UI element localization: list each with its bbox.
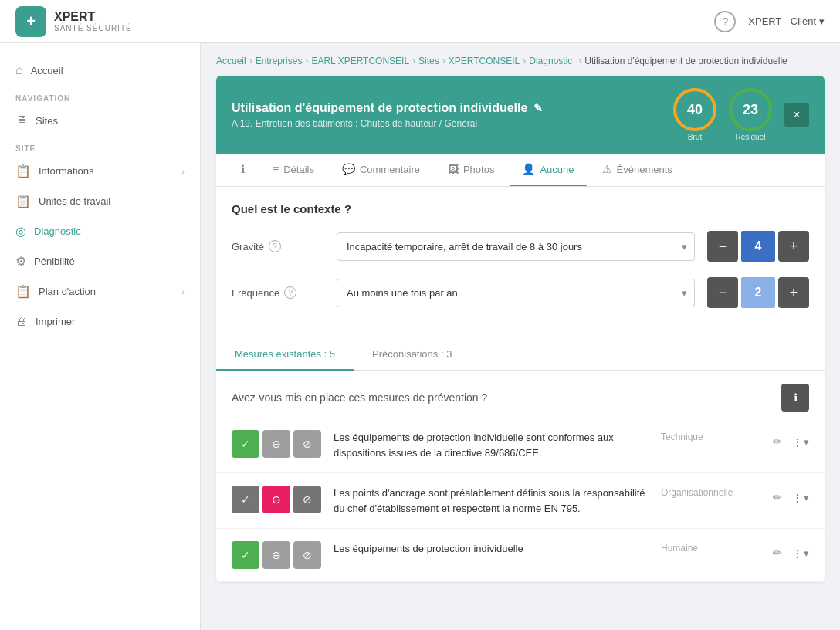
- prevention-info-button[interactable]: ℹ: [781, 384, 809, 412]
- info-tab-icon: ℹ: [241, 163, 245, 175]
- help-icon[interactable]: ?: [714, 11, 736, 32]
- frequence-plus-button[interactable]: +: [778, 277, 809, 308]
- frequence-select[interactable]: Au moins une fois par an: [337, 279, 695, 307]
- chevron-icon-0: ▾: [804, 436, 809, 448]
- gravite-label: Gravité ?: [232, 240, 324, 252]
- client-label: XPERT - Client: [748, 15, 816, 27]
- sidebar-item-penibilite[interactable]: ⚙ Pénibilité: [0, 246, 200, 276]
- sidebar-item-accueil[interactable]: ⌂ Accueil: [0, 56, 200, 85]
- gravite-info-icon[interactable]: ?: [269, 240, 281, 252]
- check-button-0[interactable]: ✓: [232, 430, 259, 458]
- sidebar-label-informations: Informations: [39, 165, 94, 177]
- sub-tab-preconisations[interactable]: Préconisations : 3: [354, 339, 470, 371]
- sep4: ›: [442, 56, 445, 66]
- sidebar-item-sites[interactable]: 🖥 Sites: [0, 106, 200, 135]
- sidebar-item-imprimer[interactable]: 🖨 Imprimer: [0, 307, 200, 336]
- sidebar-item-diagnostic[interactable]: ◎ Diagnostic: [0, 216, 200, 246]
- breadcrumb-xpertconseil[interactable]: XPERTCONSEIL: [449, 56, 520, 66]
- breadcrumb-sites[interactable]: Sites: [418, 56, 439, 66]
- breadcrumb-entreprises[interactable]: Entreprises: [256, 56, 303, 66]
- card-title: Utilisation d'équipement de protection i…: [232, 101, 673, 115]
- monitor-icon: 🖥: [15, 113, 28, 127]
- action-btns-2: ✓ ⊖ ⊘: [232, 541, 321, 569]
- gravite-plus-button[interactable]: +: [778, 231, 809, 262]
- plan-icon: 📋: [15, 284, 31, 299]
- breadcrumb-earl[interactable]: EARL XPERTCONSEIL: [311, 56, 409, 66]
- neutral-button-0[interactable]: ⊖: [262, 430, 290, 458]
- logo-area: + XPERT SANTÉ SÉCURITÉ: [15, 6, 132, 37]
- tab-details-label: Détails: [283, 164, 314, 175]
- block-button-0[interactable]: ⊘: [293, 430, 321, 458]
- photo-tab-icon: 🖼: [448, 163, 459, 175]
- gravite-minus-button[interactable]: −: [707, 231, 738, 262]
- sep5: ›: [523, 56, 526, 66]
- block-button-1[interactable]: ⊘: [293, 486, 321, 513]
- neutral-button-2[interactable]: ⊖: [262, 541, 290, 569]
- frequence-minus-button[interactable]: −: [707, 277, 738, 308]
- breadcrumb-accueil[interactable]: Accueil: [216, 56, 246, 66]
- breadcrumb: Accueil › Entreprises › EARL XPERTCONSEI…: [216, 56, 825, 66]
- sidebar-label-sites: Sites: [36, 115, 58, 127]
- neutral-button-1[interactable]: ⊖: [262, 486, 290, 513]
- tab-aucune[interactable]: 👤 Aucune: [510, 154, 586, 186]
- sidebar-item-informations[interactable]: 📋 Informations ›: [0, 156, 200, 186]
- tab-photos-label: Photos: [463, 164, 494, 175]
- frequence-label: Fréquence ?: [232, 286, 324, 299]
- sidebar-label-diagnostic: Diagnostic: [34, 225, 81, 237]
- more-button-0[interactable]: ⋮ ▾: [792, 436, 809, 448]
- sub-tabs: Mesures existantes : 5 Préconisations : …: [216, 339, 825, 371]
- frequence-select-wrapper: Au moins une fois par an ▾: [337, 279, 695, 307]
- prevention-text-0: Les équipements de protection individuel…: [334, 430, 649, 460]
- context-title: Quel est le contexte ?: [232, 202, 809, 215]
- context-section: Quel est le contexte ? Gravité ? Incapac…: [216, 187, 825, 339]
- logo-icon: +: [15, 6, 46, 37]
- prevention-category-0: Technique: [661, 430, 754, 442]
- sidebar-item-unites-travail[interactable]: 📋 Unités de travail: [0, 186, 200, 216]
- sub-tab-mesures-label: Mesures existantes : 5: [235, 348, 335, 360]
- top-header: + XPERT SANTÉ SÉCURITÉ ? XPERT - Client …: [0, 0, 840, 43]
- more-button-1[interactable]: ⋮ ▾: [792, 492, 809, 503]
- person-tab-icon: 👤: [522, 163, 535, 175]
- brand-sub: SANTÉ SÉCURITÉ: [54, 24, 132, 32]
- home-icon: ⌂: [15, 63, 23, 77]
- edit-button-1[interactable]: ✏: [766, 486, 789, 509]
- gravite-counter: − 4 +: [707, 231, 809, 262]
- action-btns-1: ✓ ⊖ ⊘: [232, 486, 321, 513]
- frequence-counter: − 2 +: [707, 277, 809, 308]
- score-residuel-gauge: 23 Résiduel: [729, 88, 772, 141]
- gravite-select[interactable]: Incapacité temporaire, arrêt de travail …: [337, 232, 695, 261]
- frequence-info-icon[interactable]: ?: [284, 286, 296, 299]
- breadcrumb-diagnostic[interactable]: Diagnostic: [529, 56, 572, 66]
- prevention-actions-0: ✏ ⋮ ▾: [766, 430, 809, 453]
- tab-details[interactable]: ≡ Détails: [260, 154, 327, 186]
- check-button-1[interactable]: ✓: [232, 486, 259, 513]
- more-button-2[interactable]: ⋮ ▾: [792, 547, 809, 559]
- chevron-right-icon-2: ›: [181, 287, 185, 296]
- block-button-2[interactable]: ⊘: [293, 541, 321, 569]
- chevron-right-icon: ›: [181, 167, 185, 176]
- prevention-actions-2: ✏ ⋮ ▾: [766, 541, 809, 564]
- residuel-value: 23: [743, 102, 758, 118]
- client-dropdown[interactable]: XPERT - Client ▾: [748, 15, 825, 27]
- frequence-counter-value: 2: [741, 277, 775, 308]
- breadcrumb-current: Utilisation d'équipement de protection i…: [584, 56, 787, 66]
- edit-icon[interactable]: ✎: [533, 102, 543, 114]
- edit-button-2[interactable]: ✏: [766, 541, 789, 564]
- sidebar-item-plan-action[interactable]: 📋 Plan d'action ›: [0, 276, 200, 307]
- edit-button-0[interactable]: ✏: [766, 430, 789, 453]
- tab-evenements[interactable]: ⚠ Événements: [590, 154, 685, 186]
- prevention-category-2: Humaine: [661, 541, 754, 554]
- check-button-2[interactable]: ✓: [232, 541, 259, 569]
- chevron-down-icon: ▾: [819, 15, 825, 27]
- details-tab-icon: ≡: [273, 163, 279, 175]
- tab-photos[interactable]: 🖼 Photos: [435, 154, 506, 186]
- card-subtitle: A 19. Entretien des bâtiments : Chutes d…: [232, 118, 673, 129]
- tab-info[interactable]: ℹ: [229, 154, 257, 186]
- diagnostic-icon: ◎: [15, 224, 26, 239]
- sidebar-label-accueil: Accueil: [31, 65, 63, 76]
- close-button[interactable]: ×: [784, 103, 809, 127]
- tab-commentaire[interactable]: 💬 Commentaire: [330, 154, 432, 186]
- sub-tab-mesures[interactable]: Mesures existantes : 5: [216, 339, 354, 371]
- dots-icon-2: ⋮: [792, 547, 802, 559]
- card-header: Utilisation d'équipement de protection i…: [216, 76, 825, 154]
